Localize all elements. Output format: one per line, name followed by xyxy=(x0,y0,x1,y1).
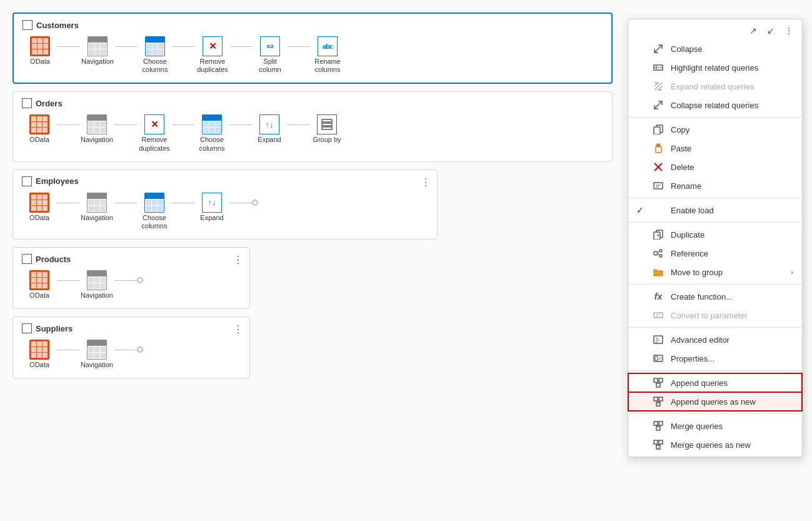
query-card-orders: Orders OData Navigation ✕ Remove duplica… xyxy=(13,91,613,161)
step-orders-expand[interactable]: ↑↓ Expand xyxy=(252,114,287,144)
menu-item-collapse-related[interactable]: Collapse related queries xyxy=(628,96,802,114)
step-orders-groupby[interactable]: Group by xyxy=(309,114,344,144)
rename-icon: abc xyxy=(318,36,338,56)
menu-item-create-function[interactable]: fx Create function... xyxy=(628,287,802,306)
menu-item-move-to-group[interactable]: Move to group › xyxy=(628,263,802,281)
step-employees-odata[interactable]: OData xyxy=(22,193,57,222)
reference-icon xyxy=(652,247,664,260)
step-label: Expand xyxy=(258,136,281,144)
shrink-icon[interactable]: ↙ xyxy=(764,24,777,37)
menu-item-merge-queries-new[interactable]: Merge queries as new xyxy=(628,435,802,454)
step-products-nav[interactable]: Navigation xyxy=(79,270,114,300)
menu-item-delete[interactable]: Delete xyxy=(628,158,802,176)
menu-item-paste[interactable]: Paste xyxy=(628,139,802,158)
svg-rect-38 xyxy=(654,378,658,382)
step-employees-expand[interactable]: ↑↓ Expand xyxy=(194,193,229,222)
step-customers-choose[interactable]: Choose columns xyxy=(138,36,173,74)
connector xyxy=(288,46,310,47)
step-employees-choose[interactable]: Choose columns xyxy=(137,193,172,230)
menu-item-duplicate[interactable]: Duplicate xyxy=(628,225,802,244)
step-label: OData xyxy=(29,214,49,222)
menu-item-highlight-related[interactable]: Highlight related queries xyxy=(628,58,802,77)
step-orders-rm-dup[interactable]: ✕ Remove duplicates xyxy=(137,114,172,152)
odata-icon xyxy=(29,270,49,290)
svg-line-7 xyxy=(654,83,662,90)
step-orders-odata[interactable]: OData xyxy=(22,114,57,144)
separator-3 xyxy=(628,222,802,223)
step-orders-choose[interactable]: Choose columns xyxy=(194,114,229,152)
step-customers-odata[interactable]: OData xyxy=(23,36,58,66)
step-suppliers-nav[interactable]: Navigation xyxy=(79,340,114,369)
connector xyxy=(114,203,137,203)
more-options-icon[interactable]: ⋮ xyxy=(782,24,796,37)
copy-icon xyxy=(652,123,664,136)
connector xyxy=(57,124,79,125)
step-label: OData xyxy=(30,58,50,66)
menu-item-rename[interactable]: Rename xyxy=(628,176,802,195)
choose-cols-icon xyxy=(145,36,165,56)
menu-item-advanced-editor[interactable]: Advanced editor xyxy=(628,330,802,349)
groupby-icon xyxy=(317,114,337,134)
choose-cols-icon xyxy=(202,114,222,134)
step-customers-split[interactable]: ⇔ Split column xyxy=(253,36,288,74)
menu-item-enable-load[interactable]: ✓ Enable load xyxy=(628,201,802,220)
connector xyxy=(57,280,79,281)
highlight-related-label: Highlight related queries xyxy=(671,63,793,73)
menu-item-collapse[interactable]: Collapse xyxy=(628,39,802,58)
menu-item-expand-related: Expand related queries xyxy=(628,77,802,96)
menu-item-copy[interactable]: Copy xyxy=(628,120,802,139)
step-label: Navigation xyxy=(81,58,114,66)
submenu-arrow: › xyxy=(791,268,793,276)
step-suppliers-odata[interactable]: OData xyxy=(22,340,57,369)
collapse-related-label: Collapse related queries xyxy=(671,101,793,110)
menu-item-append-queries[interactable]: Append queries xyxy=(628,373,802,392)
svg-rect-35 xyxy=(655,357,658,360)
svg-line-3 xyxy=(654,45,662,53)
connector xyxy=(287,124,309,125)
step-label: Expand xyxy=(200,214,223,222)
connector xyxy=(173,46,195,47)
separator-2 xyxy=(628,198,802,198)
step-label: Choose columns xyxy=(137,214,172,230)
svg-rect-10 xyxy=(654,127,660,134)
odata-icon xyxy=(30,36,50,56)
step-orders-nav[interactable]: Navigation xyxy=(79,114,114,144)
split-icon: ⇔ xyxy=(260,36,280,56)
step-customers-nav[interactable]: Navigation xyxy=(80,36,115,66)
table-icon-customers xyxy=(23,20,33,30)
nav-icon xyxy=(87,340,107,360)
menu-item-reference[interactable]: Reference xyxy=(628,244,802,263)
pin-icon[interactable]: ↗ xyxy=(747,24,759,37)
query-card-suppliers: ⋮ Suppliers OData Navigation xyxy=(13,316,250,378)
svg-rect-19 xyxy=(654,232,660,240)
duplicate-label: Duplicate xyxy=(671,230,793,240)
step-customers-rm-dup[interactable]: ✕ Remove duplicates xyxy=(195,36,230,74)
step-products-odata[interactable]: OData xyxy=(22,270,57,300)
rm-dup-icon: ✕ xyxy=(203,36,223,56)
connector xyxy=(115,46,138,47)
svg-rect-2 xyxy=(322,127,332,129)
query-more-suppliers[interactable]: ⋮ xyxy=(233,323,243,335)
step-customers-rename[interactable]: abc Rename columns xyxy=(310,36,345,74)
connector xyxy=(172,124,194,125)
menu-item-merge-queries[interactable]: Merge queries xyxy=(628,417,802,435)
expand-icon: ↑↓ xyxy=(259,114,279,134)
collapse-related-icon xyxy=(652,99,664,111)
svg-rect-50 xyxy=(659,422,663,425)
step-employees-nav[interactable]: Navigation xyxy=(79,193,114,222)
advanced-editor-label: Advanced editor xyxy=(671,335,793,345)
adv-editor-icon xyxy=(652,333,664,346)
step-label: Navigation xyxy=(81,214,113,222)
enable-load-check: ✓ xyxy=(634,205,646,215)
svg-rect-1 xyxy=(322,123,332,126)
query-more-products[interactable]: ⋮ xyxy=(233,254,243,266)
menu-item-properties[interactable]: Properties... xyxy=(628,349,802,368)
svg-rect-44 xyxy=(659,397,663,401)
query-more-employees[interactable]: ⋮ xyxy=(421,176,431,188)
properties-label: Properties... xyxy=(671,354,793,363)
menu-item-append-queries-new[interactable]: Append queries as new xyxy=(628,392,802,411)
folder-icon xyxy=(652,266,664,278)
delete-icon xyxy=(652,161,664,173)
connector xyxy=(114,280,137,281)
svg-point-22 xyxy=(654,251,658,255)
